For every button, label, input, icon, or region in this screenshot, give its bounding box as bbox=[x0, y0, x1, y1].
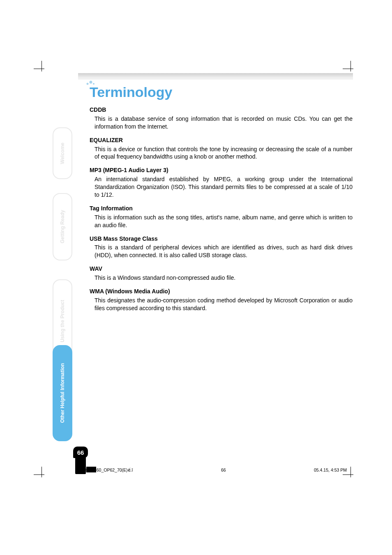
term-usb-mass-storage: USB Mass Storage Class This is a standar… bbox=[90, 235, 353, 260]
term-mp3: MP3 (MPEG-1 Audio Layer 3) An internatio… bbox=[90, 166, 353, 199]
term-body: This designates the audio-compression co… bbox=[90, 297, 353, 312]
crop-mark-top-left bbox=[34, 61, 50, 77]
term-body: An international standard established by… bbox=[90, 175, 353, 199]
term-cddb: CDDB This is a database service of song … bbox=[90, 106, 353, 131]
footer-page-number: 66 bbox=[133, 467, 314, 472]
term-wav: WAV This is a Windows standard non-compr… bbox=[90, 265, 353, 282]
term-body: This is a device or function that contro… bbox=[90, 145, 353, 161]
term-heading: EQUALIZER bbox=[90, 136, 353, 144]
crop-mark-bottom-left bbox=[34, 467, 50, 483]
term-heading: WAV bbox=[90, 265, 353, 273]
term-tag-information: Tag Information This is information such… bbox=[90, 205, 353, 229]
term-heading: WMA (Windows Media Audio) bbox=[90, 288, 353, 295]
side-tab-getting-ready: Getting Ready bbox=[53, 193, 72, 260]
redaction-block bbox=[86, 467, 96, 472]
side-tab-label: Using the Product bbox=[60, 300, 65, 342]
svg-point-1 bbox=[90, 81, 92, 84]
side-tab-welcome: Welcome bbox=[53, 127, 72, 179]
footer-timestamp: 05.4.15, 4:53 PM bbox=[314, 467, 347, 472]
term-body: This is a database service of song infor… bbox=[90, 115, 353, 131]
term-heading: MP3 (MPEG-1 Audio Layer 3) bbox=[90, 166, 353, 174]
side-tab-label: Welcome bbox=[60, 143, 65, 164]
footer-filename: gigabeatF60_OP62_70(E)ế.î bbox=[77, 467, 133, 472]
term-heading: Tag Information bbox=[90, 205, 353, 212]
term-body: This is information such as the song tit… bbox=[90, 214, 353, 229]
terminology-content: CDDB This is a database service of song … bbox=[90, 106, 353, 318]
page-title: Terminology bbox=[90, 84, 173, 100]
footer-line: gigabeatF60_OP62_70(E)ế.î 66 05.4.15, 4:… bbox=[77, 467, 347, 472]
term-wma: WMA (Windows Media Audio) This designate… bbox=[90, 288, 353, 312]
header-gradient-strip bbox=[78, 73, 353, 79]
term-body: This is a standard of peripheral devices… bbox=[90, 244, 353, 259]
side-tab-label: Getting Ready bbox=[60, 210, 65, 243]
term-equalizer: EQUALIZER This is a device or function t… bbox=[90, 136, 353, 161]
side-tab-other-helpful-info: Other Helpful Information bbox=[53, 345, 72, 441]
side-tab-label: Other Helpful Information bbox=[60, 363, 65, 423]
term-heading: CDDB bbox=[90, 106, 353, 114]
term-heading: USB Mass Storage Class bbox=[90, 235, 353, 243]
term-body: This is a Windows standard non-compresse… bbox=[90, 274, 353, 282]
svg-point-0 bbox=[87, 83, 89, 85]
